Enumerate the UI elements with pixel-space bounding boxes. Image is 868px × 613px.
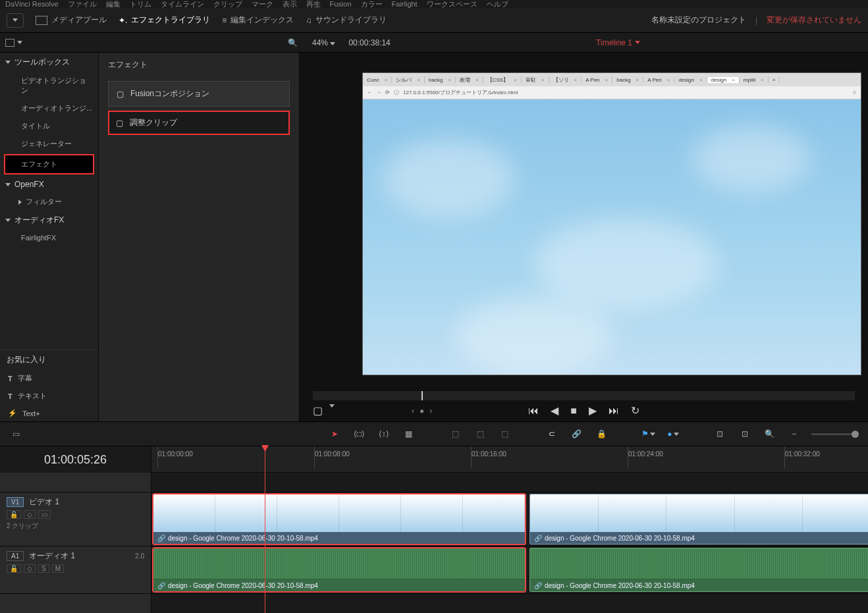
menu-app[interactable]: DaVinci Resolve — [5, 0, 59, 8]
menu-playback[interactable]: 再生 — [306, 0, 321, 9]
sidebar-generators[interactable]: ジェネレーター — [0, 135, 98, 153]
menu-view[interactable]: 表示 — [283, 0, 297, 9]
timeline-timecode[interactable]: 01:00:05:26 — [0, 446, 151, 473]
search-icon[interactable]: 🔍 — [288, 38, 298, 47]
audio-track-id[interactable]: A1 — [7, 551, 24, 561]
video-track[interactable]: 🔗design - Google Chrome 2020-06-30 20-10… — [151, 493, 868, 546]
selection-tool[interactable]: ➤ — [327, 427, 341, 440]
music-icon: ♫ — [306, 16, 312, 25]
overwrite-clip-icon[interactable]: ⬚ — [473, 427, 487, 440]
play-button[interactable]: ▶ — [589, 404, 597, 417]
favorite-text[interactable]: Tテキスト — [0, 387, 98, 405]
video-clip[interactable]: 🔗design - Google Chrome 2020-06-30 20-10… — [153, 494, 526, 545]
lock-icon[interactable]: 🔒 — [594, 427, 608, 440]
blade-tool[interactable]: ▦ — [402, 427, 416, 440]
trim-tool[interactable]: ⟨□⟩ — [352, 427, 366, 440]
favorite-textplus[interactable]: ⚡Text+ — [0, 405, 98, 421]
audio-track[interactable]: 🔗design - Google Chrome 2020-06-30 20-10… — [151, 546, 868, 593]
first-frame-button[interactable]: ⏮ — [528, 405, 539, 417]
timeline-ruler[interactable]: 01:00:00:00 01:00:08:00 01:00:16:00 01:0… — [151, 446, 868, 473]
crop-icon[interactable]: ▢ — [313, 404, 323, 417]
menu-fairlight[interactable]: Fairlight — [392, 0, 418, 8]
next-frame-button[interactable]: ⏭ — [609, 405, 619, 417]
audio-clip[interactable]: 🔗design - Google Chrome 2020-06-30 20-10… — [529, 548, 868, 592]
timeline-selector[interactable]: Timeline 1 — [596, 38, 640, 47]
effects-library-label: エフェクトライブラリ — [131, 14, 210, 26]
layout-dropdown[interactable] — [7, 13, 24, 28]
zoom-custom-icon[interactable]: 🔍 — [763, 427, 776, 440]
link-icon[interactable]: 🔗 — [570, 427, 583, 440]
zoom-out-icon[interactable]: − — [787, 427, 801, 440]
menu-timeline[interactable]: タイムライン — [161, 0, 204, 9]
snap-icon[interactable]: ⊂ — [545, 427, 558, 440]
track-display-icon[interactable]: ▭ — [38, 510, 51, 519]
prev-dot-icon[interactable]: ‹ — [412, 406, 414, 415]
sidebar-titles[interactable]: タイトル — [0, 117, 98, 135]
browser-tab: A Pen× — [643, 77, 674, 83]
browser-tab: Conc× — [363, 77, 392, 83]
toggle-track-icon[interactable]: ◇ — [24, 564, 36, 573]
effects-library-toggle[interactable]: ✦. エフェクトライブラリ — [119, 14, 210, 26]
menu-fusion[interactable]: Fusion — [330, 0, 352, 8]
prev-frame-button[interactable]: ◀ — [551, 404, 558, 417]
menu-trim[interactable]: トリム — [130, 0, 151, 9]
effects-panel-title: エフェクト — [99, 53, 299, 77]
video-track-header[interactable]: V1 ビデオ 1 🔓 ◇ ▭ 2 クリップ — [0, 493, 151, 546]
panel-layout-icon[interactable] — [5, 39, 22, 47]
marker-icon[interactable]: ● — [666, 427, 680, 440]
zoom-full-icon[interactable]: ⊡ — [713, 427, 727, 440]
crop-dropdown[interactable] — [329, 404, 335, 408]
video-clip[interactable]: 🔗design - Google Chrome 2020-06-30 20-10… — [529, 494, 868, 545]
zoom-slider[interactable] — [811, 433, 859, 435]
sidebar-audio-transitions[interactable]: オーディオトランジ... — [0, 99, 98, 117]
menu-workspace[interactable]: ワークスペース — [427, 0, 477, 9]
viewer-timecode[interactable]: 00:00:38:14 — [348, 38, 390, 47]
dynamic-trim-tool[interactable]: ⟨↕⟩ — [377, 427, 391, 440]
reload-icon: ⟳ — [385, 90, 390, 95]
menu-clip[interactable]: クリップ — [213, 0, 242, 9]
favorite-subtitle[interactable]: T字幕 — [0, 369, 98, 387]
sidebar-effects[interactable]: エフェクト — [4, 154, 94, 174]
browser-tab: 常駐× — [522, 76, 549, 84]
timeline-options-icon[interactable]: ▭ — [9, 427, 23, 440]
loop-button[interactable]: ↻ — [631, 404, 639, 417]
browser-tab: backg× — [425, 77, 456, 83]
audio-clip[interactable]: 🔗design - Google Chrome 2020-06-30 20-10… — [153, 548, 526, 592]
audiofx-section[interactable]: オーディオFX — [0, 211, 98, 230]
sidebar-video-transitions[interactable]: ビデオトランジション — [0, 72, 98, 99]
toolbox-section[interactable]: ツールボックス — [0, 53, 98, 72]
mute-button[interactable]: M — [52, 564, 64, 573]
openfx-section[interactable]: OpenFX — [0, 176, 98, 193]
media-pool-toggle[interactable]: メディアプール — [36, 14, 107, 26]
insert-clip-icon[interactable]: ⬚ — [448, 427, 462, 440]
lock-track-icon[interactable]: 🔓 — [7, 564, 21, 573]
menu-edit[interactable]: 編集 — [106, 0, 121, 9]
current-dot: ● — [420, 406, 424, 415]
solo-button[interactable]: S — [38, 564, 49, 573]
menu-mark[interactable]: マーク — [252, 0, 273, 9]
sidebar-fairlightfx[interactable]: FairlightFX — [0, 230, 98, 246]
replace-clip-icon[interactable]: ⬚ — [498, 427, 512, 440]
browser-tab: design× — [707, 77, 740, 83]
sidebar-filters[interactable]: フィルター — [0, 193, 98, 211]
stop-button[interactable]: ■ — [570, 405, 577, 417]
link-icon: 🔗 — [534, 535, 542, 542]
video-track-id[interactable]: V1 — [7, 497, 24, 507]
audio-track-header[interactable]: A1 オーディオ 1 2.0 🔓 ◇ S M — [0, 546, 151, 593]
toggle-track-icon[interactable]: ◇ — [24, 510, 36, 519]
menu-color[interactable]: カラー — [361, 0, 383, 9]
flag-icon[interactable]: ⚑ — [641, 427, 655, 440]
sound-library-toggle[interactable]: ♫ サウンドライブラリ — [306, 14, 387, 26]
playhead[interactable] — [265, 446, 265, 613]
effect-adjustment-clip[interactable]: ▢ 調整クリップ — [108, 111, 290, 135]
media-pool-icon — [36, 16, 47, 25]
lock-track-icon[interactable]: 🔓 — [7, 510, 21, 519]
zoom-level[interactable]: 44% — [312, 38, 335, 47]
effect-fusion-composition[interactable]: ▢ Fusionコンポジション — [108, 81, 290, 107]
viewer-scrubber[interactable] — [313, 391, 855, 400]
menu-help[interactable]: ヘルプ — [487, 0, 508, 9]
zoom-detail-icon[interactable]: ⊡ — [738, 427, 751, 440]
next-dot-icon[interactable]: › — [429, 406, 432, 415]
edit-index-toggle[interactable]: ≡ 編集インデックス — [222, 14, 294, 26]
menu-file[interactable]: ファイル — [68, 0, 97, 9]
